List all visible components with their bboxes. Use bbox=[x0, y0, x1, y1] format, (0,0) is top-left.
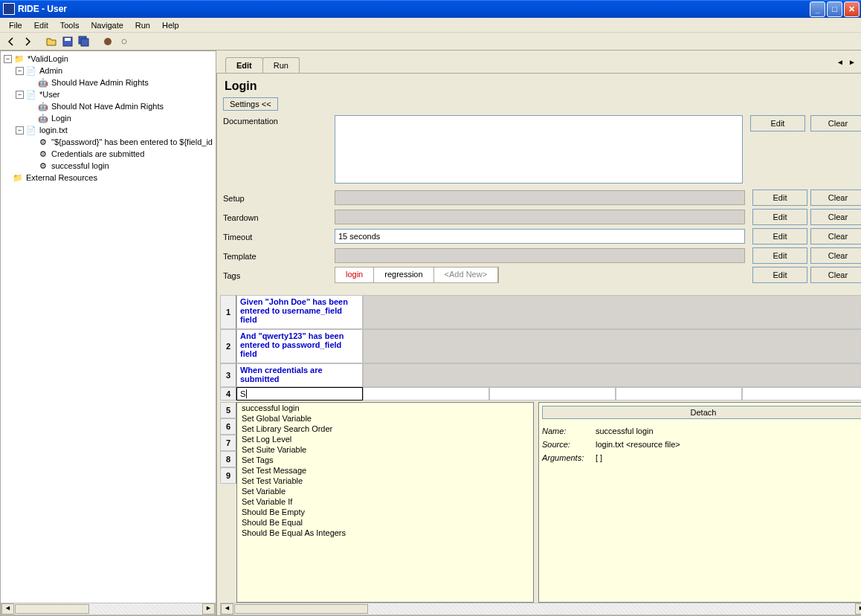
empty-cell[interactable] bbox=[363, 295, 861, 329]
ac-item[interactable]: Set Variable If bbox=[237, 496, 533, 507]
tree-label: Should Have Admin Rights bbox=[50, 78, 150, 87]
tag-regression[interactable]: regression bbox=[374, 268, 433, 282]
timeout-clear-button[interactable]: Clear bbox=[810, 228, 861, 244]
ac-item[interactable]: Should Be Equal As Integers bbox=[237, 528, 533, 538]
teardown-clear-button[interactable]: Clear bbox=[810, 209, 861, 225]
menu-navigate[interactable]: Navigate bbox=[85, 19, 129, 31]
tree-node[interactable]: ⚙"${password}" has been entered to ${fie… bbox=[2, 136, 214, 148]
empty-cell[interactable] bbox=[616, 387, 742, 401]
steps-grid[interactable]: 1 Given "John Doe" has been entered to u… bbox=[220, 295, 861, 401]
step-cell[interactable]: And "qwerty123" has been entered to pass… bbox=[236, 329, 363, 363]
settings-toggle-button[interactable]: Settings << bbox=[223, 97, 278, 111]
tree-node[interactable]: −📄login.txt bbox=[2, 124, 214, 136]
grid-row-editing[interactable]: 4 S bbox=[220, 387, 861, 401]
save-all-icon[interactable] bbox=[77, 35, 91, 48]
forward-icon[interactable] bbox=[21, 35, 34, 48]
template-clear-button[interactable]: Clear bbox=[810, 247, 861, 264]
menu-help[interactable]: Help bbox=[156, 19, 185, 31]
tree-toggle-icon[interactable]: − bbox=[16, 91, 24, 99]
ac-item[interactable]: Set Variable bbox=[237, 486, 533, 496]
ac-item[interactable]: Set Global Variable bbox=[237, 413, 533, 424]
ac-item[interactable]: Set Tags bbox=[237, 455, 533, 465]
detach-button[interactable]: Detach bbox=[542, 406, 861, 419]
ac-item[interactable]: Set Test Variable bbox=[237, 476, 533, 486]
teardown-edit-button[interactable]: Edit bbox=[752, 209, 807, 225]
tag-login[interactable]: login bbox=[335, 268, 374, 282]
test-tree[interactable]: − 📁 *ValidLogin −📄Admin 🤖Should Have Adm… bbox=[1, 51, 216, 603]
doc-clear-button[interactable]: Clear bbox=[810, 115, 861, 132]
step-cell[interactable]: Given "John Doe" has been entered to use… bbox=[236, 295, 363, 329]
tab-next-icon[interactable]: ► bbox=[847, 58, 857, 68]
menu-edit[interactable]: Edit bbox=[28, 19, 54, 31]
ac-item[interactable]: Set Test Message bbox=[237, 465, 533, 476]
scroll-right-icon[interactable]: ► bbox=[202, 603, 215, 615]
tags-field[interactable]: login regression <Add New> bbox=[335, 267, 499, 283]
tags-edit-button[interactable]: Edit bbox=[752, 267, 807, 283]
scroll-left-icon[interactable]: ◄ bbox=[221, 603, 233, 615]
grid-row[interactable]: 1 Given "John Doe" has been entered to u… bbox=[220, 295, 861, 329]
tree-node[interactable]: 🤖Should Have Admin Rights bbox=[2, 77, 214, 88]
row-number: 7 bbox=[220, 435, 236, 451]
autocomplete-list[interactable]: successful login Set Global Variable Set… bbox=[236, 402, 534, 603]
keyword-detail-pane: Detach Name:successful login Source:logi… bbox=[538, 402, 861, 603]
setup-clear-button[interactable]: Clear bbox=[810, 189, 861, 206]
doc-edit-button[interactable]: Edit bbox=[750, 115, 805, 132]
tree-node[interactable]: 🤖Should Not Have Admin Rights bbox=[2, 100, 214, 112]
tree-toggle-icon[interactable]: − bbox=[4, 55, 12, 63]
documentation-field[interactable] bbox=[335, 115, 743, 184]
detail-source-label: Source: bbox=[542, 440, 596, 449]
menu-run[interactable]: Run bbox=[129, 19, 156, 31]
empty-cell[interactable] bbox=[489, 387, 616, 401]
save-icon[interactable] bbox=[61, 35, 74, 48]
sidebar-h-scrollbar[interactable]: ◄ ► bbox=[1, 603, 216, 615]
step-cell-editing[interactable]: S bbox=[236, 387, 363, 401]
tab-prev-icon[interactable]: ◄ bbox=[835, 58, 845, 68]
tags-clear-button[interactable]: Clear bbox=[810, 267, 861, 283]
robot-icon[interactable] bbox=[101, 35, 115, 48]
tab-run[interactable]: Run bbox=[262, 57, 300, 73]
scroll-right-icon[interactable]: ► bbox=[855, 603, 861, 615]
tag-add-new[interactable]: <Add New> bbox=[434, 268, 498, 282]
grid-row[interactable]: 3 When credentials are submitted bbox=[220, 363, 861, 387]
template-field[interactable] bbox=[335, 248, 745, 263]
close-button[interactable]: ✕ bbox=[844, 1, 860, 17]
tree-node[interactable]: −📄*User bbox=[2, 88, 214, 100]
menu-file[interactable]: File bbox=[3, 19, 28, 31]
tab-edit[interactable]: Edit bbox=[225, 57, 263, 73]
tree-root[interactable]: − 📁 *ValidLogin bbox=[2, 53, 214, 65]
ac-item[interactable]: Set Log Level bbox=[237, 434, 533, 444]
timeout-field[interactable]: 15 seconds bbox=[335, 229, 745, 244]
tree-node[interactable]: −📄Admin bbox=[2, 65, 214, 77]
grid-h-scrollbar[interactable]: ◄ ► bbox=[220, 603, 861, 615]
teardown-field[interactable] bbox=[335, 210, 745, 224]
tree-node-login[interactable]: 🤖Login bbox=[2, 112, 214, 124]
ac-item[interactable]: Should Be Equal bbox=[237, 517, 533, 528]
empty-cell[interactable] bbox=[363, 329, 861, 363]
setup-edit-button[interactable]: Edit bbox=[752, 189, 807, 206]
tree-node[interactable]: ⚙Credentials are submitted bbox=[2, 148, 214, 160]
stop-icon[interactable] bbox=[117, 35, 131, 48]
template-edit-button[interactable]: Edit bbox=[752, 247, 807, 264]
timeout-edit-button[interactable]: Edit bbox=[752, 228, 807, 244]
maximize-button[interactable]: □ bbox=[827, 1, 842, 17]
tree-node-external[interactable]: 📁External Resources bbox=[2, 172, 214, 184]
minimize-button[interactable]: _ bbox=[810, 1, 825, 17]
ac-item[interactable]: Set Library Search Order bbox=[237, 424, 533, 434]
ac-item[interactable]: successful login bbox=[237, 403, 533, 413]
step-cell[interactable]: When credentials are submitted bbox=[236, 363, 363, 387]
empty-cell[interactable] bbox=[363, 387, 489, 401]
empty-cell[interactable] bbox=[363, 363, 861, 387]
ac-item[interactable]: Should Be Empty bbox=[237, 507, 533, 517]
grid-row[interactable]: 2 And "qwerty123" has been entered to pa… bbox=[220, 329, 861, 363]
tree-toggle-icon[interactable]: − bbox=[16, 126, 24, 134]
tree-node[interactable]: ⚙successful login bbox=[2, 160, 214, 172]
scroll-left-icon[interactable]: ◄ bbox=[1, 603, 14, 615]
open-icon[interactable] bbox=[45, 35, 58, 48]
setup-field[interactable] bbox=[335, 190, 745, 205]
empty-cell[interactable] bbox=[742, 387, 861, 401]
ac-item[interactable]: Set Suite Variable bbox=[237, 444, 533, 455]
tree-toggle-icon[interactable]: − bbox=[16, 67, 24, 75]
menu-tools[interactable]: Tools bbox=[54, 19, 86, 31]
gear-icon: ⚙ bbox=[38, 161, 48, 171]
back-icon[interactable] bbox=[4, 35, 18, 48]
